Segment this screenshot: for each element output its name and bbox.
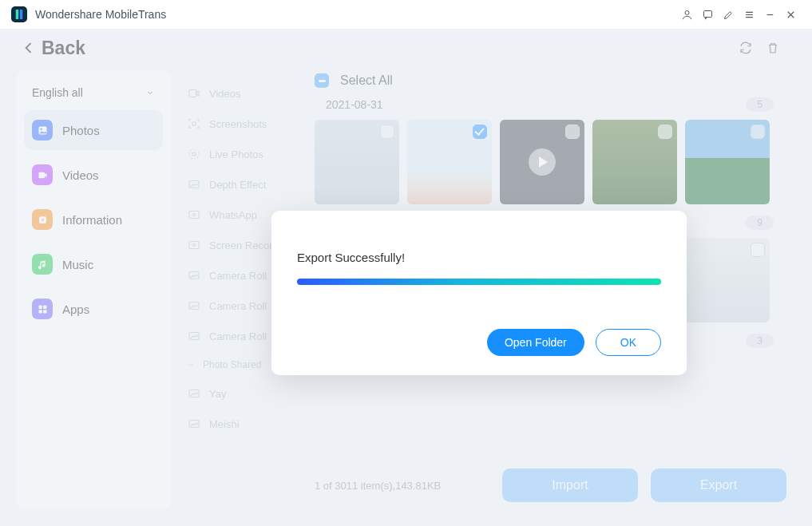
thumb-checkbox[interactable] — [658, 125, 672, 139]
svg-rect-20 — [189, 242, 199, 249]
svg-rect-1 — [20, 10, 22, 19]
close-icon[interactable] — [780, 4, 801, 25]
export-button[interactable]: Export — [651, 469, 786, 502]
header: Back — [0, 29, 812, 67]
photo-thumbnail[interactable] — [685, 238, 770, 322]
svg-rect-3 — [703, 10, 711, 17]
category-label: Information — [62, 213, 122, 227]
open-folder-button[interactable]: Open Folder — [487, 329, 584, 356]
svg-point-5 — [40, 128, 42, 130]
thumb-checkbox[interactable] — [380, 125, 394, 139]
music-icon — [32, 254, 53, 275]
svg-point-2 — [685, 10, 689, 14]
svg-rect-11 — [38, 310, 42, 313]
back-button[interactable]: Back — [21, 38, 85, 59]
date-label: 2021-08-31 — [326, 98, 383, 111]
photo-thumbnail[interactable] — [407, 120, 492, 204]
apps-icon — [32, 299, 53, 319]
thumb-checkbox[interactable] — [565, 125, 580, 139]
modal-title: Export Successfully! — [297, 251, 661, 264]
svg-point-14 — [192, 122, 196, 126]
count-pill: 3 — [746, 334, 774, 348]
svg-point-21 — [193, 244, 196, 247]
svg-point-19 — [193, 214, 196, 216]
category-apps[interactable]: Apps — [24, 289, 163, 329]
video-thumbnail[interactable] — [500, 120, 584, 204]
subcat-screenshots[interactable]: Screenshots — [182, 109, 311, 139]
ok-button[interactable]: OK — [596, 329, 661, 356]
edit-icon[interactable] — [718, 4, 739, 25]
svg-point-16 — [189, 149, 199, 159]
chevron-down-icon — [145, 88, 155, 97]
date-group-row[interactable]: 2021-08-31 5 — [315, 93, 791, 120]
footer-bar: 1 of 3011 item(s),143.81KB Import Export — [315, 469, 786, 502]
language-select[interactable]: English all — [24, 81, 163, 110]
count-pill: 9 — [746, 216, 774, 230]
svg-rect-10 — [43, 305, 46, 308]
videos-icon — [32, 164, 53, 185]
play-icon — [529, 148, 556, 176]
svg-rect-18 — [189, 212, 199, 219]
category-photos[interactable]: Photos — [24, 110, 163, 150]
thumb-checkbox[interactable] — [751, 125, 765, 139]
svg-point-15 — [192, 152, 196, 156]
category-information[interactable]: Information — [24, 200, 163, 239]
account-icon[interactable] — [676, 4, 697, 25]
titlebar: Wondershare MobileTrans — [0, 0, 812, 29]
svg-rect-6 — [38, 172, 45, 178]
photo-thumbnail[interactable] — [685, 120, 770, 204]
svg-rect-12 — [43, 310, 46, 313]
progress-bar — [297, 279, 661, 285]
refresh-icon[interactable] — [732, 34, 759, 61]
category-label: Photos — [62, 124, 100, 137]
photo-thumbnail[interactable] — [592, 120, 677, 204]
menu-icon[interactable] — [739, 4, 759, 25]
category-label: Music — [62, 258, 93, 271]
photos-icon — [32, 120, 53, 140]
thumb-checkbox[interactable] — [473, 125, 487, 139]
svg-rect-13 — [189, 90, 196, 97]
subcat-videos[interactable]: Videos — [182, 78, 311, 109]
category-music[interactable]: Music — [24, 244, 163, 284]
subcat-depth-effect[interactable]: Depth Effect — [182, 169, 311, 200]
category-label: Apps — [62, 303, 89, 316]
svg-rect-0 — [16, 10, 18, 19]
category-panel: English all Photos Videos Information Mu… — [16, 70, 171, 510]
app-title: Wondershare MobileTrans — [35, 8, 166, 21]
selection-status: 1 of 3011 item(s),143.81KB — [315, 480, 441, 492]
category-label: Videos — [62, 168, 99, 182]
thumbnail-grid — [315, 120, 791, 204]
trash-icon[interactable] — [759, 34, 786, 61]
subcat-yay[interactable]: Yay — [182, 378, 311, 409]
subcat-meishi[interactable]: Meishi — [182, 409, 311, 439]
export-success-modal: Export Successfully! Open Folder OK — [271, 211, 687, 375]
language-label: English all — [32, 86, 83, 99]
select-all-row[interactable]: Select All — [315, 73, 791, 93]
app-logo-icon — [11, 6, 27, 22]
import-button[interactable]: Import — [502, 469, 638, 502]
count-pill: 5 — [746, 97, 774, 112]
category-videos[interactable]: Videos — [24, 155, 163, 195]
select-all-label: Select All — [340, 73, 393, 88]
subcat-live-photos[interactable]: Live Photos — [182, 139, 311, 169]
back-label: Back — [42, 38, 85, 59]
svg-rect-9 — [38, 305, 42, 308]
feedback-icon[interactable] — [697, 4, 718, 25]
checkbox-indeterminate-icon[interactable] — [315, 73, 329, 88]
minimize-icon[interactable] — [759, 4, 780, 25]
photo-thumbnail[interactable] — [315, 120, 399, 204]
svg-point-8 — [42, 219, 44, 221]
thumb-checkbox[interactable] — [751, 243, 765, 257]
information-icon — [32, 209, 53, 230]
